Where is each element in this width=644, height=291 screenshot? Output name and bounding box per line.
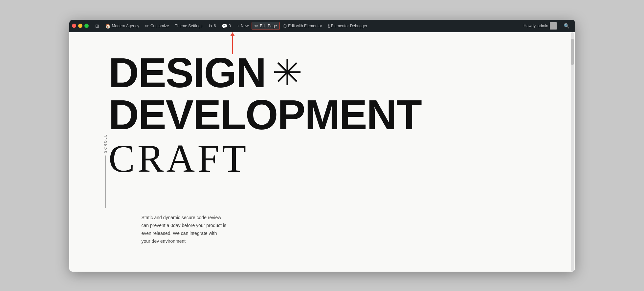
edit-page-icon: ✏ <box>255 24 258 28</box>
updates-icon: ↻ <box>209 24 212 28</box>
site-name-button[interactable]: 🏠 Modern Agency <box>102 22 142 30</box>
scroll-indicator: SCROLL <box>104 134 107 208</box>
page-scrollbar-thumb[interactable] <box>571 39 574 65</box>
comments-icon: 💬 <box>222 24 227 28</box>
arrow-annotation <box>230 32 235 54</box>
hero-line1: DESIGN ✳ <box>109 52 575 94</box>
hero-line3: CRAFT <box>109 139 575 178</box>
customize-button[interactable]: ✏ Customize <box>143 22 172 30</box>
hero-text: DESIGN ✳ DEVELOPMENT CRAFT <box>109 52 575 178</box>
elementor-debugger-button[interactable]: ℹ Elementor Debugger <box>325 22 370 30</box>
edit-with-elementor-label: Edit with Elementor <box>288 24 322 28</box>
howdy-button[interactable]: Howdy, admin <box>521 21 559 31</box>
howdy-label: Howdy, admin <box>523 24 548 28</box>
edit-with-elementor-button[interactable]: ⬡ Edit with Elementor <box>280 22 324 30</box>
page-content: SCROLL DESIGN ✳ DEVELOPMENT CRAFT Static… <box>69 32 575 272</box>
traffic-light-red[interactable] <box>72 24 76 28</box>
customize-label: Customize <box>150 24 169 28</box>
scroll-label: SCROLL <box>104 134 107 153</box>
page-scrollbar[interactable] <box>571 32 574 272</box>
new-button[interactable]: + New <box>234 22 251 30</box>
customize-icon: ✏ <box>145 24 149 28</box>
new-label: New <box>241 24 249 28</box>
admin-avatar <box>550 22 557 30</box>
search-button[interactable]: 🔍 <box>561 22 572 30</box>
admin-bar: ⊞ 🏠 Modern Agency ✏ Customize Theme Sett… <box>69 20 575 32</box>
arrow-head <box>230 32 235 36</box>
edit-page-button[interactable]: ✏ Edit Page <box>252 22 279 30</box>
site-icon: 🏠 <box>105 24 111 28</box>
new-icon: + <box>237 24 239 28</box>
traffic-light-yellow[interactable] <box>78 24 82 28</box>
hero-design-text: DESIGN <box>109 52 266 94</box>
scroll-line <box>105 156 106 208</box>
elementor-icon: ⬡ <box>283 24 287 28</box>
admin-bar-right: Howdy, admin 🔍 <box>521 21 572 31</box>
hero-body-text: Static and dynamic secure code review ca… <box>142 214 227 245</box>
edit-page-label: Edit Page <box>260 24 277 28</box>
updates-button[interactable]: ↻ 6 <box>206 22 219 30</box>
hero-line2: DEVELOPMENT <box>109 94 575 136</box>
wordpress-logo-button[interactable]: ⊞ <box>93 22 102 30</box>
theme-settings-label: Theme Settings <box>175 24 203 28</box>
comments-count: 0 <box>229 24 231 28</box>
search-icon: 🔍 <box>564 23 570 29</box>
wordpress-icon: ⊞ <box>95 24 99 28</box>
updates-count: 6 <box>214 24 216 28</box>
theme-settings-button[interactable]: Theme Settings <box>172 22 205 30</box>
traffic-lights <box>72 24 89 28</box>
asterisk-symbol: ✳ <box>272 55 302 91</box>
elementor-debugger-label: Elementor Debugger <box>331 24 367 28</box>
comments-button[interactable]: 💬 0 <box>219 22 233 30</box>
traffic-light-green[interactable] <box>84 24 89 28</box>
arrow-line <box>232 36 233 54</box>
browser-window: ⊞ 🏠 Modern Agency ✏ Customize Theme Sett… <box>69 20 575 272</box>
site-name-label: Modern Agency <box>112 24 139 28</box>
debugger-icon: ℹ <box>328 24 330 28</box>
